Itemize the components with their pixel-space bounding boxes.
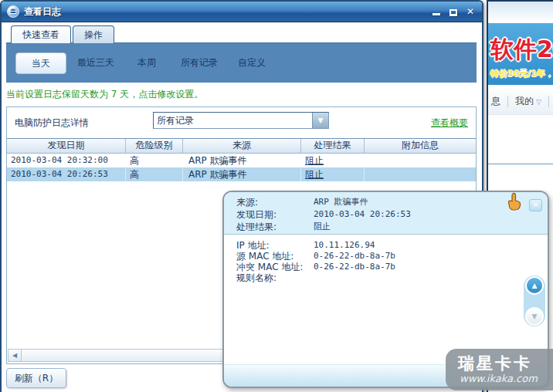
popup-field-src-mac: 源 MAC 地址: 0-26-22-db-8a-7b	[224, 251, 517, 262]
minimize-icon[interactable]	[433, 13, 440, 15]
filter-today-button[interactable]: 当天	[15, 52, 66, 74]
background-tab-bar: 息 我的▽	[488, 88, 553, 115]
col-date[interactable]: 发现日期	[7, 139, 126, 153]
popup-scroll-control: ▲ ▼	[524, 275, 545, 326]
tab-operations[interactable]: 操作	[73, 25, 114, 43]
dropdown-value: 所有记录	[154, 113, 312, 128]
close-icon[interactable]: ✕	[466, 6, 474, 17]
popup-body: IP 地址: 10.11.126.94 源 MAC 地址: 0-26-22-db…	[224, 240, 517, 283]
background-window-top	[488, 2, 553, 22]
tab-quick-view[interactable]: 快速查看	[11, 25, 71, 43]
filter-three-days[interactable]: 最近三天	[77, 56, 114, 69]
record-type-dropdown[interactable]: 所有记录 ▼	[153, 112, 329, 129]
hand-cursor-icon	[507, 192, 522, 216]
app-icon	[7, 5, 19, 18]
col-result[interactable]: 处理结果	[301, 139, 365, 153]
scroll-down-icon[interactable]: ▼	[525, 307, 544, 326]
popup-field-source: 来源: ARP 欺骗事件	[224, 196, 548, 208]
window-controls: ✕	[433, 6, 474, 17]
tab-separator	[507, 96, 508, 107]
chevron-down-icon: ▽	[536, 98, 541, 106]
chevron-down-icon[interactable]: ▼	[312, 113, 328, 128]
popup-field-result: 处理结果: 阻止	[224, 221, 548, 233]
result-link[interactable]: 阻止	[305, 155, 324, 166]
window-title: 查看日志	[24, 5, 61, 19]
promo-banner-subtitle: 特价30元/1年，购	[490, 68, 553, 79]
col-level[interactable]: 危险级别	[126, 139, 183, 153]
promo-banner-title: 软件201	[490, 34, 553, 66]
tab-bar: 快速查看 操作	[11, 25, 114, 43]
filter-this-week[interactable]: 本周	[137, 56, 156, 69]
screen: 软件201 特价30元/1年，购 息 我的▽ 查看日志 ✕ 快速查看 操作	[0, 0, 553, 392]
popup-field-ip: IP 地址: 10.11.126.94	[224, 240, 517, 251]
cell-extra	[365, 154, 476, 167]
cell-date: 2010-03-04 20:32:00	[7, 154, 126, 167]
table-header: 发现日期 危险级别 来源 处理结果 附加信息	[7, 138, 476, 154]
refresh-button[interactable]: 刷新（R）	[6, 368, 66, 388]
panel-title: 电脑防护日志详情	[15, 117, 89, 130]
filter-band: 当天 最近三天 本周 所有记录 自定义	[6, 42, 477, 83]
cell-extra	[365, 167, 476, 181]
result-link[interactable]: 阻止	[305, 169, 324, 180]
promo-banner[interactable]: 软件201 特价30元/1年，购	[488, 23, 553, 85]
background-divider	[488, 164, 553, 164]
brand-url: www.ikaka.com	[460, 373, 538, 384]
popup-field-conflict-mac: 冲突 MAC 地址: 0-26-22-db-8a-7b	[224, 262, 517, 272]
popup-field-rule: 规则名称:	[224, 272, 517, 283]
scroll-left-icon[interactable]: ◀	[8, 350, 22, 361]
tab-message-partial[interactable]: 息	[491, 95, 500, 108]
filter-all-records[interactable]: 所有记录	[181, 56, 218, 69]
retention-notice[interactable]: 当前设置日志保留天数为 7 天，点击修改设置。	[6, 88, 203, 101]
log-table: 发现日期 危险级别 来源 处理结果 附加信息 2010-03-04 20:32:…	[7, 138, 476, 181]
view-summary-link[interactable]: 查看概要	[431, 117, 468, 130]
cell-level: 高	[126, 154, 183, 167]
col-source[interactable]: 来源	[183, 139, 301, 153]
tab-mine[interactable]: 我的▽	[515, 95, 541, 108]
maximize-icon[interactable]	[450, 9, 457, 16]
table-row[interactable]: 2010-03-04 20:32:00 高 ARP 欺骗事件 阻止	[7, 154, 476, 167]
scroll-up-icon[interactable]: ▲	[525, 276, 544, 295]
brand-name: 瑞星卡卡	[458, 353, 532, 374]
cell-source: ARP 欺骗事件	[183, 154, 301, 167]
cell-source: ARP 欺骗事件	[183, 167, 301, 181]
popup-header: 来源: ARP 欺骗事件 发现日期: 2010-03-04 20:26:53 处…	[224, 192, 548, 235]
popup-field-date: 发现日期: 2010-03-04 20:26:53	[224, 208, 548, 221]
popup-close-icon[interactable]: ✕	[529, 199, 542, 211]
cell-level: 高	[126, 167, 183, 181]
cell-date: 2010-03-04 20:26:53	[7, 167, 126, 181]
col-extra[interactable]: 附加信息	[365, 139, 476, 153]
titlebar[interactable]: 查看日志 ✕	[2, 2, 482, 22]
table-row-selected[interactable]: 2010-03-04 20:26:53 高 ARP 欺骗事件 阻止	[7, 167, 476, 181]
brand-watermark: 瑞星卡卡 www.ikaka.com	[446, 349, 553, 390]
filter-custom[interactable]: 自定义	[238, 56, 266, 69]
tab-separator	[548, 96, 549, 107]
